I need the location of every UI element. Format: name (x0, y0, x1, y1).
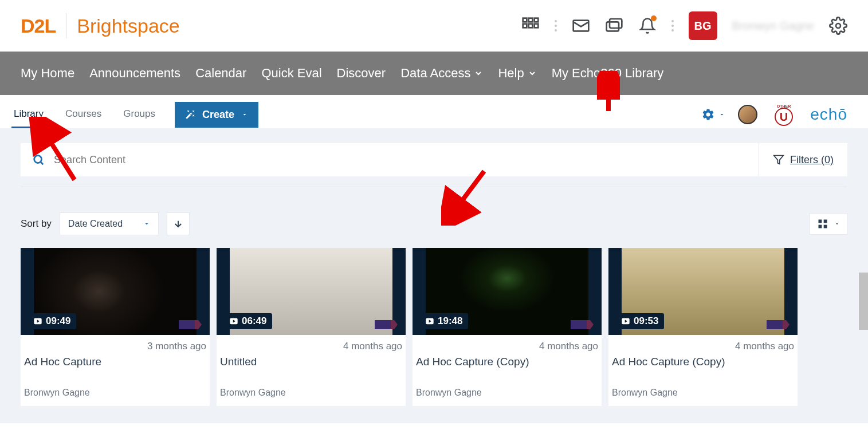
apps-grid-icon[interactable] (521, 17, 540, 35)
tab-courses[interactable]: Courses (63, 101, 104, 128)
svg-text:OTHER: OTHER (777, 104, 791, 108)
duration-badge: 06:49 (223, 313, 272, 329)
video-thumbnail: 09:53 (608, 248, 798, 335)
nav-data-access[interactable]: Data Access (400, 66, 483, 81)
create-label: Create (202, 109, 234, 121)
view-toggle[interactable] (810, 213, 847, 235)
chevron-down-icon (474, 69, 483, 78)
sort-row: Sort by Date Created (21, 212, 847, 235)
card-title: Ad Hoc Capture (Copy) (416, 356, 598, 368)
card-author: Bronwyn Gagne (24, 388, 206, 398)
svg-line-14 (41, 162, 43, 164)
svg-line-34 (450, 171, 484, 217)
svg-point-13 (34, 156, 42, 163)
tab-library[interactable]: Library (11, 101, 46, 128)
svg-rect-5 (534, 24, 538, 28)
search-box[interactable] (21, 143, 759, 176)
svg-rect-17 (819, 220, 822, 223)
duration-badge: 19:48 (419, 313, 468, 329)
svg-marker-15 (774, 156, 784, 164)
filter-icon (773, 154, 784, 165)
nav-quick-eval[interactable]: Quick Eval (261, 66, 321, 81)
card-author: Bronwyn Gagne (220, 388, 402, 398)
sort-label: Sort by (21, 218, 52, 230)
grid-view-icon (817, 218, 828, 230)
play-icon (425, 317, 434, 326)
menu-dots-icon[interactable] (555, 20, 557, 31)
gear-icon (701, 108, 715, 121)
search-icon (32, 153, 45, 166)
divider (21, 187, 847, 187)
card-time: 4 months ago (220, 341, 402, 352)
content-area: Filters (0) Sort by Date Created (0, 128, 868, 423)
brand-divider (66, 13, 66, 38)
play-icon (621, 317, 630, 326)
search-input[interactable] (54, 154, 747, 166)
tab-groups[interactable]: Groups (121, 101, 158, 128)
college-badge-icon (571, 320, 594, 329)
college-badge-icon (375, 320, 398, 329)
svg-rect-7 (610, 19, 622, 28)
nav-help[interactable]: Help (498, 66, 536, 81)
nav-announcements[interactable]: Announcements (89, 66, 180, 81)
settings-dropdown[interactable] (701, 108, 725, 121)
college-badge-icon (179, 320, 202, 329)
echo-tabs: Library Courses Groups Create (11, 101, 258, 128)
svg-rect-18 (824, 220, 827, 223)
card-title: Ad Hoc Capture (Copy) (612, 356, 794, 368)
nav-echo360-library[interactable]: My Echo360 Library (552, 66, 664, 81)
video-card[interactable]: 06:49 4 months ago Untitled Bronwyn Gagn… (217, 248, 406, 406)
messages-icon[interactable] (605, 17, 623, 35)
echo-brand-logo[interactable]: echō (810, 105, 847, 124)
caret-down-icon (143, 220, 150, 227)
svg-rect-1 (528, 18, 532, 22)
duration-badge: 09:53 (615, 313, 664, 329)
top-actions: BG Bronwyn Gagne (521, 11, 847, 40)
arrow-down-icon (173, 219, 183, 229)
card-time: 4 months ago (612, 341, 794, 352)
search-row: Filters (0) (21, 143, 847, 176)
svg-text:U: U (780, 111, 788, 123)
notifications-icon[interactable] (638, 17, 657, 35)
main-nav: My Home Announcements Calendar Quick Eva… (0, 52, 868, 95)
video-card[interactable]: 19:48 4 months ago Ad Hoc Capture (Copy)… (413, 248, 602, 406)
svg-rect-3 (523, 24, 527, 28)
menu-dots-icon-2[interactable] (671, 20, 674, 31)
echo-right: OTHERU echō (701, 101, 847, 128)
video-card[interactable]: 09:49 3 months ago Ad Hoc Capture Bronwy… (21, 248, 210, 406)
create-button[interactable]: Create (175, 102, 258, 128)
card-time: 4 months ago (416, 341, 598, 352)
card-title: Ad Hoc Capture (24, 356, 206, 368)
caret-down-icon (834, 221, 840, 227)
video-thumbnail: 09:49 (21, 248, 210, 335)
chevron-down-icon (528, 69, 537, 78)
sort-select[interactable]: Date Created (60, 212, 159, 235)
svg-rect-20 (824, 225, 827, 228)
sort-direction-button[interactable] (167, 212, 190, 235)
brightspace-text: Brightspace (77, 15, 180, 37)
card-time: 3 months ago (24, 341, 206, 352)
svg-rect-2 (534, 18, 538, 22)
settings-gear-icon[interactable] (829, 17, 847, 35)
play-icon (229, 317, 238, 326)
sort-selected: Date Created (68, 219, 123, 229)
filters-button[interactable]: Filters (0) (759, 143, 847, 176)
svg-point-9 (836, 23, 840, 28)
brand[interactable]: D2L Brightspace (21, 13, 180, 38)
echo-user-avatar[interactable] (738, 105, 757, 124)
svg-rect-4 (528, 24, 532, 28)
user-avatar-badge[interactable]: BG (689, 11, 717, 40)
nav-my-home[interactable]: My Home (21, 66, 74, 81)
nav-discover[interactable]: Discover (337, 66, 386, 81)
user-name[interactable]: Bronwyn Gagne (732, 19, 814, 33)
college-badge-icon (767, 320, 790, 329)
card-author: Bronwyn Gagne (416, 388, 598, 398)
nav-calendar[interactable]: Calendar (195, 66, 246, 81)
scrollbar[interactable] (859, 273, 868, 330)
org-badge[interactable]: OTHERU (770, 101, 798, 128)
d2l-logo: D2L (21, 15, 56, 37)
video-card[interactable]: 09:53 4 months ago Ad Hoc Capture (Copy)… (608, 248, 798, 406)
mail-icon[interactable] (572, 17, 590, 35)
caret-down-icon (718, 111, 725, 118)
top-header: D2L Brightspace BG Bronwyn Gagne (0, 0, 868, 52)
